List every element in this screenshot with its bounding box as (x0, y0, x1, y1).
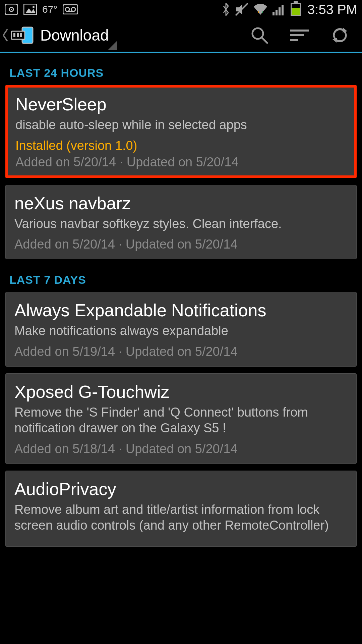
svg-point-7 (65, 7, 69, 11)
image-icon (23, 4, 37, 15)
svg-marker-4 (25, 8, 36, 13)
screencast-icon (5, 4, 18, 15)
page-title: Download (40, 26, 109, 44)
module-meta: Added on 5/19/14 · Updated on 5/20/14 (14, 344, 348, 359)
module-card[interactable]: NeverSleepdisable auto-sleep while in se… (5, 85, 357, 178)
status-bar: 67° 3:53 PM (0, 0, 362, 19)
module-description: disable auto-sleep while in selected app… (15, 117, 347, 133)
module-title: Xposed G-Touchwiz (14, 382, 348, 402)
section-header: LAST 24 HOURS (5, 59, 357, 85)
module-title: AudioPrivacy (14, 479, 348, 499)
module-title: NeverSleep (15, 94, 347, 114)
svg-line-23 (262, 38, 267, 43)
module-status: Installed (version 1.0) (15, 139, 347, 153)
back-button[interactable] (2, 25, 37, 45)
module-list[interactable]: LAST 24 HOURSNeverSleepdisable auto-slee… (0, 53, 362, 547)
svg-point-2 (11, 9, 12, 10)
status-right: 3:53 PM (222, 2, 357, 17)
module-description: Various navbar softkeyz styles. Clean in… (14, 216, 348, 232)
module-meta: Added on 5/18/14 · Updated on 5/20/14 (14, 442, 348, 456)
action-buttons (239, 18, 360, 52)
svg-point-5 (33, 6, 35, 8)
svg-rect-3 (24, 4, 37, 15)
svg-rect-14 (276, 10, 278, 15)
svg-rect-19 (13, 33, 15, 37)
module-card[interactable]: Always Expandable NotificationsMake noti… (5, 292, 357, 367)
search-button[interactable] (239, 18, 280, 52)
sort-button[interactable] (280, 18, 320, 52)
module-title: Always Expandable Notifications (14, 300, 348, 320)
refresh-icon (331, 26, 349, 44)
module-card[interactable]: neXus navbarzVarious navbar softkeyz sty… (5, 185, 357, 260)
voicemail-icon (63, 4, 78, 14)
module-description: Remove the 'S Finder' and 'Q Connect' bu… (14, 405, 348, 436)
svg-rect-20 (17, 33, 19, 37)
mute-icon (235, 3, 248, 16)
svg-rect-13 (273, 12, 275, 15)
bluetooth-icon (222, 3, 230, 16)
refresh-button[interactable] (320, 18, 360, 52)
wifi-icon (253, 3, 268, 15)
battery-icon (291, 3, 301, 16)
svg-point-8 (71, 7, 75, 11)
svg-rect-15 (279, 7, 281, 15)
title-spinner[interactable]: Download (37, 19, 116, 52)
status-temperature: 67° (42, 4, 57, 15)
module-card[interactable]: AudioPrivacyRemove album art and title/a… (5, 471, 357, 547)
module-meta: Added on 5/20/14 · Updated on 5/20/14 (15, 155, 347, 169)
status-left: 67° (5, 4, 78, 15)
module-title: neXus navbarz (14, 193, 348, 213)
xposed-app-icon (11, 25, 34, 45)
svg-marker-28 (333, 38, 337, 43)
chevron-left-icon (3, 29, 8, 42)
dropdown-indicator-icon (108, 41, 117, 50)
sort-icon (290, 29, 310, 42)
svg-rect-21 (20, 33, 22, 37)
status-clock: 3:53 PM (307, 2, 357, 17)
action-bar: Download (0, 19, 362, 53)
module-card[interactable]: Xposed G-TouchwizRemove the 'S Finder' a… (5, 373, 357, 464)
module-description: Make notifications always expandable (14, 323, 348, 339)
cell-signal-icon (273, 3, 286, 15)
svg-rect-16 (282, 5, 284, 15)
search-icon (250, 26, 268, 44)
section-header: LAST 7 DAYS (5, 266, 357, 292)
module-meta: Added on 5/20/14 · Updated on 5/20/14 (14, 237, 348, 252)
module-description: Remove album art and title/artist inform… (14, 502, 348, 534)
